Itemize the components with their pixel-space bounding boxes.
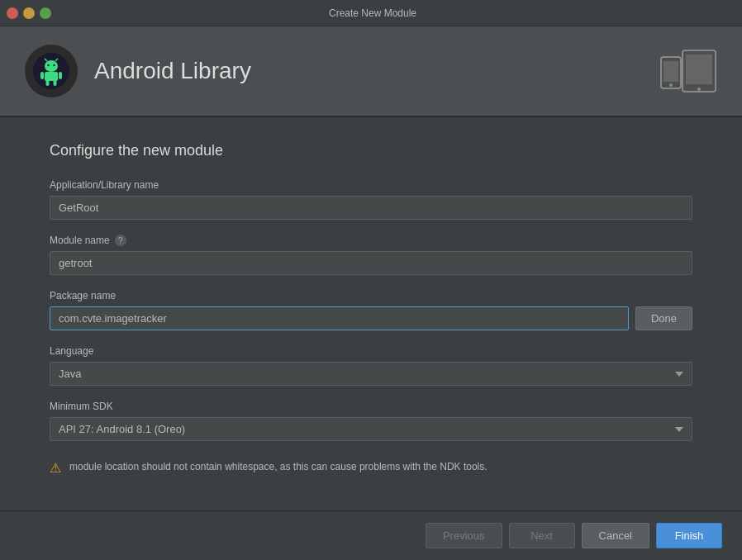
next-button[interactable]: Next <box>509 523 575 548</box>
svg-point-3 <box>53 64 55 66</box>
cancel-button[interactable]: Cancel <box>582 523 649 548</box>
dialog-header: Android Library <box>0 26 742 117</box>
done-button[interactable]: Done <box>635 306 692 330</box>
warning-icon: ⚠ <box>50 460 61 476</box>
app-name-group: Application/Library name <box>50 179 692 220</box>
android-studio-icon <box>25 45 78 97</box>
warning-message: ⚠ module location should not contain whi… <box>50 461 692 476</box>
header-left: Android Library <box>25 45 251 97</box>
device-icons <box>659 49 717 94</box>
close-button[interactable] <box>7 7 18 19</box>
svg-rect-8 <box>59 72 62 79</box>
min-sdk-select[interactable]: API 27: Android 8.1 (Oreo) API 28: Andro… <box>50 417 692 441</box>
package-name-label: Package name <box>50 290 692 301</box>
language-label: Language <box>50 345 692 357</box>
package-name-input[interactable] <box>50 306 629 330</box>
min-sdk-label: Minimum SDK <box>50 401 692 412</box>
module-name-label: Module name ? <box>50 235 692 246</box>
window-title: Create New Module <box>51 7 694 19</box>
module-name-input[interactable] <box>50 251 692 275</box>
title-bar: Create New Module <box>0 0 742 26</box>
app-name-label: Application/Library name <box>50 179 692 191</box>
warning-text: module location should not contain white… <box>69 461 488 472</box>
language-group: Language Java Kotlin <box>50 345 692 386</box>
minimize-button[interactable] <box>23 7 35 19</box>
section-title: Configure the new module <box>50 142 692 159</box>
svg-point-2 <box>47 64 49 66</box>
footer: Previous Next Cancel Finish <box>0 510 742 560</box>
previous-button[interactable]: Previous <box>426 523 502 548</box>
package-name-row: Done <box>50 306 692 330</box>
app-name-input[interactable] <box>50 196 692 220</box>
svg-rect-9 <box>46 80 50 86</box>
min-sdk-group: Minimum SDK API 27: Android 8.1 (Oreo) A… <box>50 401 692 441</box>
svg-rect-12 <box>664 61 678 82</box>
svg-rect-6 <box>45 72 58 81</box>
package-name-group: Package name Done <box>50 290 692 330</box>
module-name-help-icon[interactable]: ? <box>115 235 126 246</box>
svg-point-1 <box>45 60 58 72</box>
language-select[interactable]: Java Kotlin <box>50 362 692 386</box>
svg-rect-10 <box>54 80 57 86</box>
maximize-button[interactable] <box>40 7 51 19</box>
svg-rect-15 <box>686 55 712 84</box>
finish-button[interactable]: Finish <box>656 523 722 548</box>
main-content: Configure the new module Application/Lib… <box>0 117 742 501</box>
svg-point-13 <box>669 83 673 87</box>
header-title: Android Library <box>94 58 251 84</box>
window-controls[interactable] <box>7 7 51 19</box>
module-name-group: Module name ? <box>50 235 692 275</box>
svg-point-16 <box>697 88 701 91</box>
svg-rect-7 <box>40 72 44 79</box>
